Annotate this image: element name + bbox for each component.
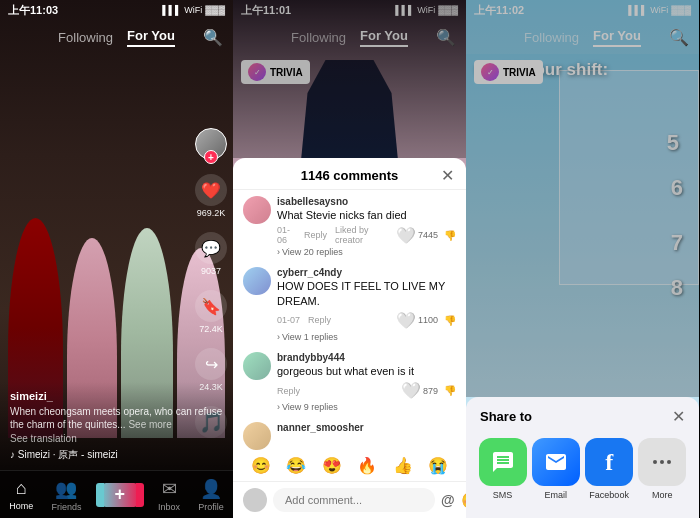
comment-count: 9037: [201, 266, 221, 276]
comment-likes-2: 🤍 1100 👎: [396, 311, 456, 330]
comment-text-1: What Stevie nicks fan died: [277, 208, 456, 222]
comment-body-1: isabellesaysno What Stevie nicks fan die…: [277, 196, 456, 257]
comment-reply-2[interactable]: Reply: [308, 315, 331, 325]
close-share-button[interactable]: ✕: [672, 407, 685, 426]
emoji-6[interactable]: 😭: [428, 456, 448, 475]
input-avatar: [243, 488, 267, 512]
bottom-nav-1: ⌂ Home 👥 Friends + ✉ Inbox 👤 Profile: [0, 470, 233, 518]
nav-friends[interactable]: 👥 Friends: [51, 478, 81, 512]
dislike-3: 👎: [444, 385, 456, 396]
view-replies-2[interactable]: › View 1 replies: [277, 332, 456, 342]
comment-avatar-1: [243, 196, 271, 224]
bookmark-icon: 🔖: [195, 290, 227, 322]
like-icon: ❤️: [195, 174, 227, 206]
nav-home[interactable]: ⌂ Home: [9, 478, 33, 511]
share-email[interactable]: Email: [532, 438, 580, 500]
caption-1: When cheongsam meets opera, who can refu…: [10, 405, 223, 431]
see-more-1[interactable]: See more: [128, 419, 171, 430]
like-count-2: 1100: [418, 315, 438, 325]
share-sheet: Share to ✕ SMS Email: [466, 397, 699, 518]
emoji-1[interactable]: 😊: [251, 456, 271, 475]
comment-body-3: brandybby444 gorgeous but what even is i…: [277, 352, 456, 412]
comment-text-2: HOW DOES IT FEEL TO LIVE MY DREAM.: [277, 279, 456, 308]
wifi-icon: WiFi: [184, 5, 202, 15]
share-icons-row: SMS Email f Facebook: [466, 432, 699, 510]
nav-profile[interactable]: 👤 Profile: [198, 478, 224, 512]
battery-icon: ▓▓▓: [205, 5, 225, 15]
like-action[interactable]: ❤️ 969.2K: [195, 174, 227, 218]
home-icon: ⌂: [16, 478, 27, 499]
status-time-1: 上午11:03: [8, 3, 58, 18]
view-replies-3[interactable]: › View 9 replies: [277, 402, 456, 412]
comment-user-1: isabellesaysno: [277, 196, 456, 207]
share-dim[interactable]: [466, 0, 699, 397]
nav-friends-label: Friends: [51, 502, 81, 512]
at-icon[interactable]: @: [441, 492, 455, 508]
panel-3: 上午11:02 ▌▌▌ WiFi ▓▓▓ Following For You 🔍…: [466, 0, 699, 518]
emoji-row: 😊 😂 😍 🔥 👍 😭: [233, 452, 466, 481]
tab-following-1[interactable]: Following: [58, 30, 113, 45]
comment-user-4: nanner_smoosher: [277, 422, 456, 433]
like-heart-1: 🤍: [396, 226, 416, 245]
follow-plus[interactable]: +: [204, 150, 218, 164]
add-button[interactable]: +: [100, 483, 140, 507]
dislike-1: 👎: [444, 230, 456, 241]
dislike-2: 👎: [444, 315, 456, 326]
search-icon-1[interactable]: 🔍: [203, 28, 223, 47]
creator-avatar-item[interactable]: +: [195, 128, 227, 160]
svg-point-2: [667, 460, 671, 464]
see-translation[interactable]: See translation: [10, 433, 223, 444]
bookmark-action[interactable]: 🔖 72.4K: [195, 290, 227, 334]
comment-reply-3[interactable]: Reply: [277, 386, 300, 396]
panel-1: 上午11:03 ▌▌▌ WiFi ▓▓▓ Following For You 🔍…: [0, 0, 233, 518]
emoji-2[interactable]: 😂: [286, 456, 306, 475]
tab-for-you-1[interactable]: For You: [127, 28, 175, 47]
status-icons-1: ▌▌▌ WiFi ▓▓▓: [162, 5, 225, 15]
comment-meta-1: 01-06 Reply Liked by creator 🤍 7445 👎: [277, 225, 456, 245]
share-header: Share to ✕: [466, 397, 699, 432]
comment-avatar-2: [243, 267, 271, 295]
email-label: Email: [545, 490, 568, 500]
audio-text[interactable]: ♪ Simeizi · 原声 - simeizi: [10, 448, 118, 462]
comment-avatar-4: [243, 422, 271, 450]
nav-home-label: Home: [9, 501, 33, 511]
emoji-5[interactable]: 👍: [393, 456, 413, 475]
comment-body-4: nanner_smoosher: [277, 422, 456, 450]
comment-user-3: brandybby444: [277, 352, 456, 363]
comments-list[interactable]: isabellesaysno What Stevie nicks fan die…: [233, 190, 466, 452]
comment-date-2: 01-07: [277, 315, 300, 325]
sms-icon: [479, 438, 527, 486]
comments-dim[interactable]: [233, 0, 466, 158]
comment-meta-2: 01-07 Reply 🤍 1100 👎: [277, 311, 456, 330]
share-facebook[interactable]: f Facebook: [585, 438, 633, 500]
view-replies-1[interactable]: › View 20 replies: [277, 247, 456, 257]
comment-reply-1[interactable]: Reply: [304, 230, 327, 240]
comments-title: 1146 comments: [301, 168, 399, 183]
comment-action[interactable]: 💬 9037: [195, 232, 227, 276]
facebook-label: Facebook: [589, 490, 629, 500]
profile-icon: 👤: [200, 478, 222, 500]
comment-body-2: cyberr_c4ndy HOW DOES IT FEEL TO LIVE MY…: [277, 267, 456, 342]
bottom-overlay-1: simeizi_ When cheongsam meets opera, who…: [0, 382, 233, 470]
comment-item-3: brandybby444 gorgeous but what even is i…: [243, 352, 456, 412]
nav-add[interactable]: +: [100, 483, 140, 507]
share-sms[interactable]: SMS: [479, 438, 527, 500]
svg-point-1: [660, 460, 664, 464]
comment-date-1: 01-06: [277, 225, 296, 245]
like-count-3: 879: [423, 386, 438, 396]
share-more[interactable]: More: [638, 438, 686, 500]
share-overlay: Share to ✕ SMS Email: [466, 0, 699, 518]
comment-liked-1: Liked by creator: [335, 225, 388, 245]
emoji-3[interactable]: 😍: [322, 456, 342, 475]
email-icon: [532, 438, 580, 486]
comment-icon: 💬: [195, 232, 227, 264]
nav-inbox[interactable]: ✉ Inbox: [158, 478, 180, 512]
comment-input[interactable]: [273, 488, 435, 512]
inbox-icon: ✉: [162, 478, 177, 500]
emoji-4[interactable]: 🔥: [357, 456, 377, 475]
close-comments-button[interactable]: ✕: [441, 166, 454, 185]
signal-icon: ▌▌▌: [162, 5, 181, 15]
sms-label: SMS: [493, 490, 513, 500]
like-count: 969.2K: [197, 208, 226, 218]
comment-likes-1: 🤍 7445 👎: [396, 226, 456, 245]
